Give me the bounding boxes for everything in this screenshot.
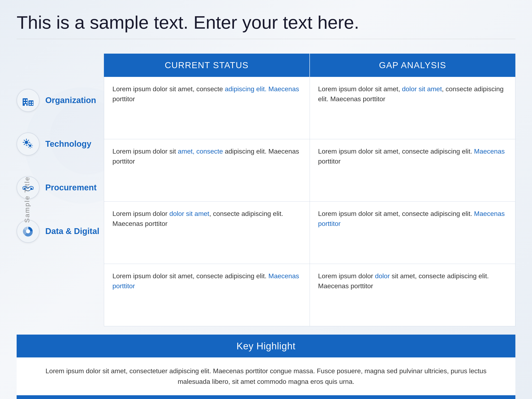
- cell-org-gap: Lorem ipsum dolor sit amet, dolor sit am…: [310, 77, 515, 139]
- col-header-current-status: CURRENT STATUS: [104, 54, 310, 77]
- row-label-organization: Organization: [17, 79, 104, 122]
- label-data-digital: Data & Digital: [45, 227, 99, 236]
- svg-rect-17: [25, 104, 26, 106]
- label-organization: Organization: [45, 95, 96, 105]
- cell-text: porttitor: [112, 95, 135, 103]
- bottom-section: Key Highlight Lorem ipsum dolor sit amet…: [17, 335, 515, 399]
- cell-text: Lorem ipsum dolor: [112, 210, 169, 217]
- row-label-technology: Technology: [17, 122, 104, 166]
- chart-icon: [22, 225, 34, 238]
- label-technology: Technology: [45, 139, 91, 149]
- svg-point-18: [25, 141, 28, 144]
- cell-tech-gap: Lorem ipsum dolor sit amet, consecte adi…: [310, 139, 515, 202]
- col-current-status: Lorem ipsum dolor sit amet, consecte adi…: [104, 77, 310, 326]
- cell-text: Lorem ipsum dolor: [318, 272, 375, 280]
- gear-icon: [22, 138, 34, 150]
- building-icon: [22, 94, 34, 107]
- svg-rect-10: [26, 100, 27, 101]
- icon-circle-technology: [17, 133, 39, 155]
- key-highlight-text: Lorem ipsum dolor sit amet, consectetuer…: [17, 357, 515, 395]
- cell-proc-gap: Lorem ipsum dolor sit amet, consecte adi…: [310, 202, 515, 264]
- svg-rect-16: [32, 104, 33, 105]
- svg-rect-12: [26, 102, 27, 103]
- table-wrapper: CURRENT STATUS GAP ANALYSIS Lorem ipsum …: [104, 54, 515, 326]
- cell-proc-current: Lorem ipsum dolor dolor sit amet, consec…: [104, 202, 310, 264]
- main-title: This is a sample text. Enter your text h…: [17, 13, 515, 39]
- cell-text: porttitor: [318, 158, 341, 165]
- icon-circle-organization: [17, 89, 39, 112]
- cell-text: Lorem ipsum dolor sit amet,: [318, 85, 402, 93]
- svg-rect-13: [30, 102, 31, 103]
- cell-data-gap: Lorem ipsum dolor dolor sit amet, consec…: [310, 264, 515, 326]
- table-headers: CURRENT STATUS GAP ANALYSIS: [104, 54, 515, 77]
- cell-text: Lorem ipsum dolor sit amet, consecte adi…: [318, 147, 474, 155]
- icon-circle-data-digital: [17, 220, 39, 243]
- content-area: Organization Technology: [17, 54, 515, 326]
- cell-text-blue: dolor sit amet: [402, 85, 442, 93]
- cell-data-current: Lorem ipsum dolor sit amet, consecte adi…: [104, 264, 310, 326]
- svg-point-19: [29, 145, 31, 147]
- svg-point-22: [26, 229, 30, 233]
- cell-tech-current: Lorem ipsum dolor sit amet, consecte adi…: [104, 139, 310, 202]
- cell-text-blue: adipiscing elit. Maecenas: [225, 85, 299, 93]
- svg-rect-11: [24, 102, 25, 103]
- table-body: Lorem ipsum dolor sit amet, consecte adi…: [104, 77, 515, 326]
- key-highlight-bar: Key Highlight: [17, 335, 515, 357]
- cell-text: Lorem ipsum dolor sit: [112, 147, 178, 155]
- bottom-strip: [17, 395, 515, 399]
- col-gap-analysis: Lorem ipsum dolor sit amet, dolor sit am…: [310, 77, 515, 326]
- col-header-gap-analysis: GAP ANALYSIS: [310, 54, 515, 77]
- side-title: Sample Title: [23, 176, 31, 223]
- cell-text-blue: dolor: [375, 272, 390, 280]
- svg-rect-15: [30, 104, 31, 105]
- cell-text-blue: dolor sit amet: [169, 210, 209, 217]
- cell-org-current: Lorem ipsum dolor sit amet, consecte adi…: [104, 77, 310, 139]
- cell-text: Lorem ipsum dolor sit amet, consecte adi…: [112, 272, 268, 280]
- cell-text: Lorem ipsum dolor sit amet, consecte: [112, 85, 225, 93]
- label-procurement: Procurement: [45, 183, 97, 192]
- svg-rect-9: [24, 100, 25, 101]
- cell-text: Lorem ipsum dolor sit amet, consecte adi…: [318, 210, 474, 217]
- cell-text-blue: Maecenas: [474, 147, 505, 155]
- cell-text-blue: amet, consecte: [178, 147, 223, 155]
- svg-rect-8: [28, 100, 33, 106]
- svg-rect-14: [32, 102, 33, 103]
